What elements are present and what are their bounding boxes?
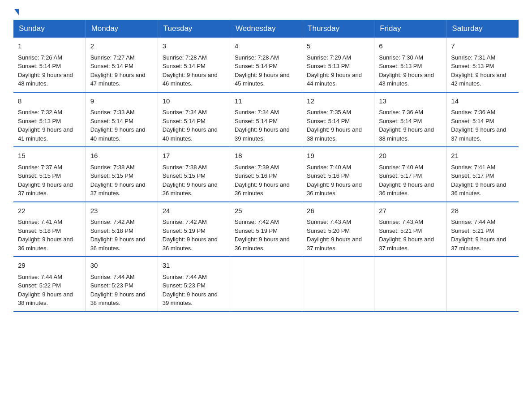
calendar-cell: 5 Sunrise: 7:29 AM Sunset: 5:13 PM Dayli…: [302, 38, 374, 92]
daylight-info: Daylight: 9 hours and 37 minutes.: [18, 180, 81, 198]
day-number: 15: [18, 151, 81, 161]
daylight-info: Daylight: 9 hours and 39 minutes.: [235, 125, 297, 143]
sunset-info: Sunset: 5:21 PM: [379, 227, 442, 235]
sunset-info: Sunset: 5:23 PM: [163, 281, 225, 290]
day-number: 3: [163, 41, 225, 51]
day-of-week-wednesday: Wednesday: [230, 20, 302, 38]
calendar-cell: 16 Sunrise: 7:38 AM Sunset: 5:15 PM Dayl…: [86, 147, 158, 202]
daylight-info: Daylight: 9 hours and 41 minutes.: [18, 125, 81, 143]
sunset-info: Sunset: 5:19 PM: [235, 227, 297, 235]
sunset-info: Sunset: 5:18 PM: [90, 227, 153, 235]
day-of-week-tuesday: Tuesday: [158, 20, 230, 38]
calendar-table: SundayMondayTuesdayWednesdayThursdayFrid…: [13, 20, 519, 312]
day-of-week-friday: Friday: [374, 20, 446, 38]
sunrise-info: Sunrise: 7:43 AM: [307, 218, 369, 227]
daylight-info: Daylight: 9 hours and 37 minutes.: [379, 235, 442, 253]
calendar-cell: 23 Sunrise: 7:42 AM Sunset: 5:18 PM Dayl…: [86, 202, 158, 257]
sunrise-info: Sunrise: 7:28 AM: [235, 53, 297, 62]
calendar-cell: [374, 257, 446, 312]
calendar-cell: 30 Sunrise: 7:44 AM Sunset: 5:23 PM Dayl…: [86, 257, 158, 312]
sunrise-info: Sunrise: 7:44 AM: [451, 218, 514, 227]
daylight-info: Daylight: 9 hours and 38 minutes.: [379, 125, 442, 143]
sunrise-info: Sunrise: 7:36 AM: [379, 108, 442, 117]
day-number: 21: [451, 151, 514, 161]
day-number: 27: [379, 206, 442, 216]
calendar-body: 1 Sunrise: 7:26 AM Sunset: 5:14 PM Dayli…: [13, 38, 519, 312]
sunrise-info: Sunrise: 7:31 AM: [451, 53, 514, 62]
day-number: 5: [307, 41, 369, 51]
calendar-cell: 11 Sunrise: 7:34 AM Sunset: 5:14 PM Dayl…: [230, 92, 302, 147]
day-number: 23: [90, 206, 153, 216]
daylight-info: Daylight: 9 hours and 36 minutes.: [18, 235, 81, 253]
day-number: 25: [235, 206, 297, 216]
sunrise-info: Sunrise: 7:35 AM: [307, 108, 369, 117]
days-of-week-row: SundayMondayTuesdayWednesdayThursdayFrid…: [13, 20, 519, 38]
sunrise-info: Sunrise: 7:28 AM: [163, 53, 225, 62]
logo-triangle-icon: [14, 9, 19, 15]
sunset-info: Sunset: 5:15 PM: [163, 171, 225, 180]
daylight-info: Daylight: 9 hours and 36 minutes.: [451, 180, 514, 198]
sunset-info: Sunset: 5:14 PM: [163, 62, 225, 71]
calendar-cell: 29 Sunrise: 7:44 AM Sunset: 5:22 PM Dayl…: [13, 257, 86, 312]
week-row-1: 1 Sunrise: 7:26 AM Sunset: 5:14 PM Dayli…: [13, 38, 519, 92]
calendar-cell: 10 Sunrise: 7:34 AM Sunset: 5:14 PM Dayl…: [158, 92, 230, 147]
calendar-cell: 20 Sunrise: 7:40 AM Sunset: 5:17 PM Dayl…: [374, 147, 446, 202]
daylight-info: Daylight: 9 hours and 46 minutes.: [163, 71, 225, 88]
day-number: 30: [90, 261, 153, 271]
calendar-cell: 7 Sunrise: 7:31 AM Sunset: 5:13 PM Dayli…: [446, 38, 519, 92]
sunset-info: Sunset: 5:23 PM: [90, 281, 153, 290]
sunrise-info: Sunrise: 7:44 AM: [90, 273, 153, 282]
day-number: 26: [307, 206, 369, 216]
sunrise-info: Sunrise: 7:34 AM: [235, 108, 297, 117]
sunrise-info: Sunrise: 7:36 AM: [451, 108, 514, 117]
daylight-info: Daylight: 9 hours and 39 minutes.: [163, 290, 225, 308]
day-number: 8: [18, 96, 81, 107]
day-number: 7: [451, 41, 514, 51]
sunset-info: Sunset: 5:16 PM: [307, 171, 369, 180]
sunrise-info: Sunrise: 7:38 AM: [163, 163, 225, 172]
sunset-info: Sunset: 5:22 PM: [18, 281, 81, 290]
calendar-cell: [230, 257, 302, 312]
calendar-cell: 26 Sunrise: 7:43 AM Sunset: 5:20 PM Dayl…: [302, 202, 374, 257]
sunset-info: Sunset: 5:14 PM: [90, 62, 153, 71]
calendar-cell: 9 Sunrise: 7:33 AM Sunset: 5:14 PM Dayli…: [86, 92, 158, 147]
calendar-cell: [446, 257, 519, 312]
day-number: 4: [235, 41, 297, 51]
sunset-info: Sunset: 5:14 PM: [379, 117, 442, 126]
daylight-info: Daylight: 9 hours and 36 minutes.: [163, 235, 225, 253]
sunrise-info: Sunrise: 7:29 AM: [307, 53, 369, 62]
sunset-info: Sunset: 5:17 PM: [379, 171, 442, 180]
sunrise-info: Sunrise: 7:41 AM: [451, 163, 514, 172]
calendar-cell: 4 Sunrise: 7:28 AM Sunset: 5:14 PM Dayli…: [230, 38, 302, 92]
day-number: 24: [163, 206, 225, 216]
calendar-cell: 2 Sunrise: 7:27 AM Sunset: 5:14 PM Dayli…: [86, 38, 158, 92]
day-number: 29: [18, 261, 81, 271]
sunrise-info: Sunrise: 7:41 AM: [18, 218, 81, 227]
sunrise-info: Sunrise: 7:26 AM: [18, 53, 81, 62]
sunrise-info: Sunrise: 7:43 AM: [379, 218, 442, 227]
sunset-info: Sunset: 5:19 PM: [163, 227, 225, 235]
calendar-cell: 22 Sunrise: 7:41 AM Sunset: 5:18 PM Dayl…: [13, 202, 86, 257]
sunset-info: Sunset: 5:21 PM: [451, 227, 514, 235]
sunrise-info: Sunrise: 7:30 AM: [379, 53, 442, 62]
day-number: 6: [379, 41, 442, 51]
calendar-cell: 21 Sunrise: 7:41 AM Sunset: 5:17 PM Dayl…: [446, 147, 519, 202]
sunset-info: Sunset: 5:14 PM: [307, 117, 369, 126]
page-header: [13, 9, 519, 15]
day-number: 28: [451, 206, 514, 216]
calendar-cell: 14 Sunrise: 7:36 AM Sunset: 5:14 PM Dayl…: [446, 92, 519, 147]
calendar-cell: 25 Sunrise: 7:42 AM Sunset: 5:19 PM Dayl…: [230, 202, 302, 257]
sunset-info: Sunset: 5:14 PM: [235, 62, 297, 71]
sunset-info: Sunset: 5:13 PM: [18, 117, 81, 126]
sunrise-info: Sunrise: 7:33 AM: [90, 108, 153, 117]
sunrise-info: Sunrise: 7:27 AM: [90, 53, 153, 62]
daylight-info: Daylight: 9 hours and 40 minutes.: [163, 125, 225, 143]
daylight-info: Daylight: 9 hours and 36 minutes.: [163, 180, 225, 198]
calendar-cell: [302, 257, 374, 312]
daylight-info: Daylight: 9 hours and 36 minutes.: [90, 235, 153, 253]
sunrise-info: Sunrise: 7:44 AM: [163, 273, 225, 282]
calendar-cell: 17 Sunrise: 7:38 AM Sunset: 5:15 PM Dayl…: [158, 147, 230, 202]
day-number: 14: [451, 96, 514, 107]
daylight-info: Daylight: 9 hours and 36 minutes.: [379, 180, 442, 198]
calendar-cell: 12 Sunrise: 7:35 AM Sunset: 5:14 PM Dayl…: [302, 92, 374, 147]
